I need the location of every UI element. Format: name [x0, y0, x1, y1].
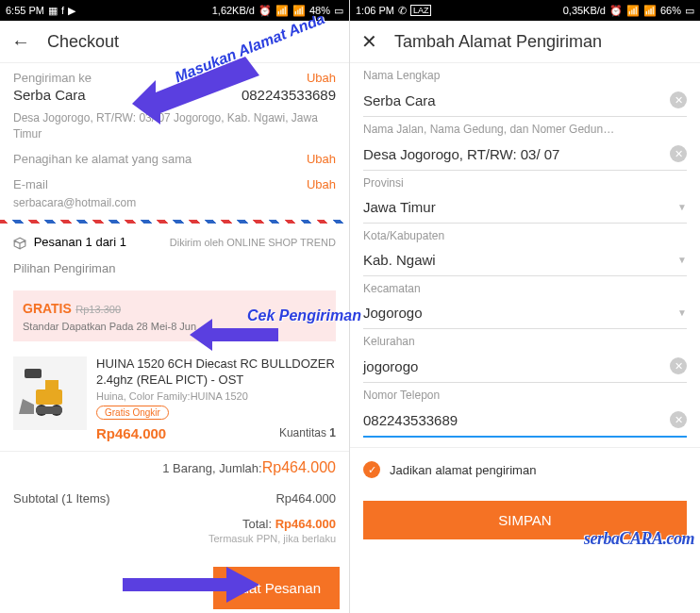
billing-label: Penagihan ke alamat yang sama: [13, 152, 192, 166]
net-speed: 0,35KB/d: [563, 5, 606, 16]
address-screen: 1:06 PM ✆ LAZ 0,35KB/d ⏰ 📶 📶 66% ▭ ✕ Tam…: [350, 0, 700, 613]
subtotal-value: Rp464.000: [275, 491, 336, 505]
status-bar: 6:55 PM ▦ f ▶ 1,62KB/d ⏰ 📶 📶 48% ▭: [0, 0, 349, 21]
yt-icon: ▶: [68, 5, 75, 17]
email-label: E-mail: [13, 177, 48, 191]
product-meta: Huina, Color Family:HUINA 1520: [96, 390, 336, 402]
chevron-down-icon: ▼: [677, 202, 687, 212]
whatsapp-icon: ✆: [398, 5, 407, 17]
field-label-name: Nama Lengkap: [363, 69, 687, 82]
field-label-street: Nama Jalan, Nama Gedung, dan Nomer Gedun…: [363, 123, 687, 136]
signal-icon: 📶: [626, 5, 640, 17]
change-email-link[interactable]: Ubah: [307, 177, 336, 191]
product-qty: Kuantitas 1: [279, 426, 336, 439]
battery-pct: 66%: [660, 5, 681, 16]
product-thumb: [13, 356, 87, 430]
svg-rect-1: [36, 389, 62, 405]
product-title: HUINA 1520 6CH Diecast RC BULLDOZER 2.4g…: [96, 356, 336, 389]
status-time: 6:55 PM: [6, 5, 44, 16]
ppn-note: Termasuk PPN, jika berlaku: [0, 531, 349, 544]
clear-icon[interactable]: ✕: [670, 411, 687, 428]
annotation-arrow: [123, 561, 264, 608]
status-time: 1:06 PM: [356, 5, 394, 16]
input-name[interactable]: Serba Cara ✕: [363, 86, 687, 117]
svg-rect-5: [36, 406, 62, 414]
input-street[interactable]: Desa Jogorogo, RT/RW: 03/ 07 ✕: [363, 140, 687, 171]
free-strike: Rp13.300: [75, 304, 121, 315]
alarm-icon: ⏰: [258, 5, 272, 17]
product-row: HUINA 1520 6CH Diecast RC BULLDOZER 2.4g…: [0, 347, 349, 451]
header: ✕ Tambah Alamat Pengiriman: [350, 21, 700, 62]
svg-rect-0: [25, 369, 42, 378]
field-label-subdistrict: Kelurahan: [363, 335, 687, 348]
page-title: Checkout: [47, 32, 119, 52]
svg-rect-2: [45, 380, 58, 391]
order-count: Pesanan 1 dari 1: [13, 235, 126, 250]
free-label: GRATIS: [23, 301, 72, 316]
battery-icon: ▭: [685, 5, 694, 17]
check-icon: ✓: [363, 461, 380, 478]
input-phone[interactable]: 082243533689 ✕: [363, 406, 687, 438]
select-city[interactable]: Kab. Ngawi ▼: [363, 246, 687, 276]
wifi-icon: 📶: [643, 5, 657, 17]
ship-option-label: Pilihan Pengiriman: [0, 261, 349, 285]
signal-icon: 📶: [275, 5, 289, 17]
laz-icon: LAZ: [410, 5, 432, 16]
subtotal-label: Subtotal (1 Items): [13, 491, 110, 505]
watermark: serbaCARA.com: [584, 529, 694, 549]
field-label-province: Provinsi: [363, 176, 687, 190]
clear-icon[interactable]: ✕: [670, 91, 687, 108]
change-billing-link[interactable]: Ubah: [307, 152, 336, 166]
bulldozer-icon: [17, 365, 83, 422]
product-price: Rp464.000: [96, 425, 166, 441]
svg-marker-8: [123, 567, 259, 603]
total-row: Total: Rp464.000: [0, 517, 349, 531]
select-province[interactable]: Jawa Timur ▼: [363, 193, 687, 224]
chevron-down-icon: ▼: [677, 255, 687, 265]
input-subdistrict[interactable]: jogorogo ✕: [363, 352, 687, 383]
annotation-text: Cek Pengiriman: [247, 307, 361, 324]
wifi-icon: 📶: [292, 5, 306, 17]
status-icon: ▦: [48, 5, 58, 17]
field-label-city: Kota/Kabupaten: [363, 229, 687, 242]
select-district[interactable]: Jogorogo ▼: [363, 299, 687, 329]
package-icon: [13, 237, 26, 250]
email-value: serbacara@hotmail.com: [0, 195, 349, 221]
default-address-checkbox[interactable]: ✓ Jadikan alamat pengiriman: [350, 447, 700, 491]
shipped-by: Dikirim oleh ONLINE SHOP TREND: [170, 237, 336, 248]
close-icon[interactable]: ✕: [361, 30, 377, 53]
alarm-icon: ⏰: [609, 5, 623, 17]
page-title: Tambah Alamat Pengiriman: [394, 32, 602, 52]
fb-icon: f: [61, 5, 64, 16]
clear-icon[interactable]: ✕: [670, 145, 687, 162]
free-ship-badge: Gratis Ongkir: [96, 406, 169, 420]
status-bar: 1:06 PM ✆ LAZ 0,35KB/d ⏰ 📶 📶 66% ▭: [350, 0, 700, 21]
field-label-phone: Nomor Telepon: [363, 389, 687, 402]
chevron-down-icon: ▼: [677, 307, 687, 318]
net-speed: 1,62KB/d: [212, 5, 255, 16]
battery-icon: ▭: [334, 5, 343, 17]
clear-icon[interactable]: ✕: [670, 357, 687, 374]
back-icon[interactable]: ←: [11, 31, 30, 53]
field-label-district: Kecamatan: [363, 282, 687, 295]
item-sum: 1 Barang, Jumlah:Rp464.000: [0, 451, 349, 484]
